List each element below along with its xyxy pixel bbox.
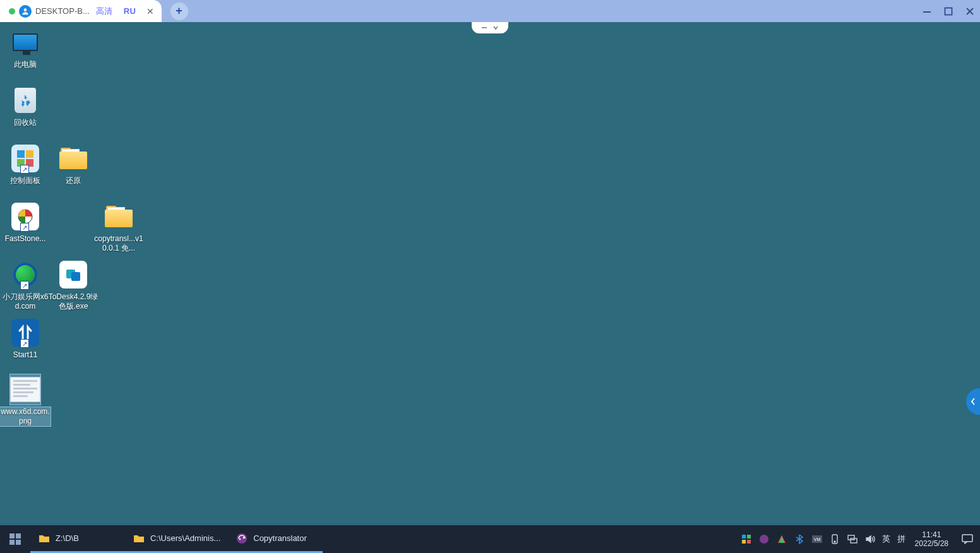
- svg-rect-4: [17, 150, 25, 158]
- device-icon[interactable]: [829, 533, 840, 545]
- bluetooth-icon[interactable]: [794, 533, 805, 545]
- svg-rect-1: [923, 11, 931, 13]
- shortcut-arrow-icon: ↗: [20, 223, 29, 232]
- svg-rect-10: [71, 272, 80, 281]
- svg-rect-14: [16, 540, 21, 545]
- remote-desktop[interactable]: 此电脑 回收站 ↗ 控制面板 还原: [0, 22, 980, 525]
- todesk-icon: [59, 261, 87, 288]
- window-controls: [921, 0, 976, 22]
- taskbar-clock[interactable]: 11:41 2022/5/28: [909, 530, 955, 548]
- desktop-icon-todesk[interactable]: ToDesk4.2.9绿色版.exe: [48, 259, 99, 311]
- recycle-bin-icon: [15, 88, 36, 113]
- folder-icon: [133, 532, 145, 545]
- folder-icon: [59, 148, 87, 169]
- icon-label: copytransl...v10.0.1 免...: [93, 234, 144, 253]
- remote-tab-title: DESKTOP-B...: [35, 6, 90, 16]
- svg-rect-19: [747, 535, 751, 538]
- desktop-icon-recycle-bin[interactable]: 回收站: [0, 85, 51, 128]
- icon-label: 回收站: [0, 118, 51, 128]
- svg-rect-12: [16, 533, 21, 538]
- icon-label: ToDesk4.2.9绿色版.exe: [48, 292, 99, 311]
- avatar-icon: [19, 5, 32, 18]
- icon-label: 还原: [48, 176, 99, 186]
- svg-rect-29: [962, 535, 972, 542]
- icon-label: 控制面板: [0, 176, 51, 186]
- copytranslator-icon: [236, 532, 248, 545]
- shortcut-arrow-icon: ↗: [20, 281, 29, 290]
- vm-icon[interactable]: VM: [811, 533, 823, 545]
- svg-point-22: [760, 535, 768, 544]
- image-thumbnail-icon: [10, 377, 40, 402]
- svg-rect-13: [9, 540, 15, 545]
- svg-point-16: [239, 538, 241, 540]
- clock-time: 11:41: [915, 530, 948, 539]
- remote-tab-bar: DESKTOP-B... 高清 RU ✕ +: [0, 0, 980, 22]
- tray-app-icon[interactable]: [758, 533, 770, 545]
- taskbar-item-copytranslator[interactable]: Copytranslator: [228, 525, 323, 553]
- svg-rect-11: [9, 533, 15, 538]
- desktop-icon-control-panel[interactable]: ↗ 控制面板: [0, 143, 51, 186]
- icon-label: 小刀娱乐网x6d.com: [0, 292, 51, 311]
- close-tab-icon[interactable]: ✕: [146, 6, 154, 16]
- svg-point-0: [24, 8, 27, 11]
- folder-icon: [38, 532, 51, 545]
- taskbar-item-explorer-1[interactable]: Z:\D\B: [30, 525, 125, 553]
- svg-rect-27: [848, 535, 854, 540]
- folder-icon: [105, 206, 133, 227]
- system-tray: VM 英 拼: [738, 533, 909, 545]
- desktop-icon-grid: 此电脑 回收站 ↗ 控制面板 还原: [0, 22, 980, 525]
- svg-rect-21: [747, 540, 751, 544]
- volume-icon[interactable]: [864, 533, 876, 545]
- connection-status-dot: [9, 8, 15, 15]
- remote-tab[interactable]: DESKTOP-B... 高清 RU ✕: [0, 0, 162, 22]
- quality-label[interactable]: 高清: [96, 6, 112, 17]
- monitor-icon: [13, 33, 38, 51]
- notification-center-icon[interactable]: [955, 525, 980, 553]
- clock-date: 2022/5/28: [915, 539, 948, 548]
- taskbar-item-label: Z:\D\B: [56, 533, 79, 543]
- svg-point-26: [834, 541, 835, 542]
- close-window-icon[interactable]: [964, 5, 976, 18]
- svg-rect-2: [945, 8, 952, 15]
- desktop-icon-faststone[interactable]: ↗ FastStone...: [0, 201, 51, 244]
- desktop-icon-copytranslator-folder[interactable]: copytransl...v10.0.1 免...: [93, 201, 144, 253]
- new-tab-button[interactable]: +: [170, 3, 188, 20]
- svg-rect-18: [742, 535, 746, 538]
- desktop-icon-restore[interactable]: 还原: [48, 143, 99, 186]
- icon-label: Start11: [0, 350, 51, 360]
- ime-language[interactable]: 英: [882, 533, 891, 545]
- maximize-icon[interactable]: [942, 5, 955, 18]
- tray-app-icon[interactable]: [776, 533, 787, 545]
- network-icon[interactable]: [847, 533, 858, 545]
- taskbar-item-explorer-2[interactable]: C:\Users\Adminis...: [125, 525, 228, 553]
- icon-label: 此电脑: [0, 60, 51, 69]
- minimize-icon[interactable]: [921, 5, 933, 18]
- desktop-icon-png[interactable]: www.x6d.com.png: [0, 374, 51, 426]
- tray-app-icon[interactable]: [741, 533, 752, 545]
- ime-mode[interactable]: 拼: [897, 533, 906, 545]
- start-button[interactable]: [0, 525, 30, 553]
- taskbar-item-label: Copytranslator: [253, 533, 307, 543]
- desktop-icon-start11[interactable]: ↗ Start11: [0, 318, 51, 360]
- taskbar: Z:\D\B C:\Users\Adminis... Copytranslato…: [0, 525, 980, 553]
- svg-rect-5: [26, 150, 33, 158]
- taskbar-item-label: C:\Users\Adminis...: [150, 533, 220, 543]
- svg-rect-28: [851, 538, 857, 543]
- svg-rect-20: [742, 540, 746, 544]
- ru-label[interactable]: RU: [124, 6, 136, 16]
- svg-text:VM: VM: [813, 537, 820, 542]
- icon-label: FastStone...: [0, 234, 51, 244]
- icon-label: www.x6d.com.png: [0, 407, 51, 426]
- desktop-icon-xiaodao[interactable]: ↗ 小刀娱乐网x6d.com: [0, 259, 51, 311]
- shortcut-arrow-icon: ↗: [20, 339, 29, 348]
- desktop-icon-this-pc[interactable]: 此电脑: [0, 27, 51, 69]
- shortcut-arrow-icon: ↗: [20, 165, 29, 174]
- svg-point-17: [243, 537, 245, 538]
